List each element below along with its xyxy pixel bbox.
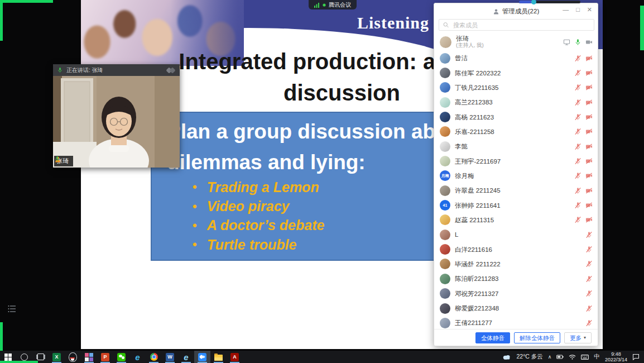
mic-muted-icon[interactable] [585, 290, 593, 297]
minimize-button[interactable]: — [563, 6, 569, 13]
camera-muted-icon[interactable] [585, 172, 593, 179]
search-input[interactable] [452, 21, 590, 29]
mic-muted-icon[interactable] [585, 246, 593, 253]
mic-on-icon[interactable] [574, 39, 581, 46]
mic-muted-icon[interactable] [585, 275, 593, 283]
member-row[interactable]: L [434, 227, 598, 242]
taskbar-qq[interactable] [65, 351, 81, 363]
member-row[interactable]: 高杨 2211623 [434, 109, 598, 124]
member-row[interactable]: 王翔宇-2211697 [434, 154, 598, 168]
camera-icon[interactable] [585, 39, 593, 46]
taskbar-ie2[interactable]: e [178, 351, 194, 363]
member-row[interactable]: 曾洁 [434, 51, 598, 65]
member-name: 王倩2211277 [455, 319, 492, 326]
hidden-icons-button[interactable]: ∧ [548, 354, 552, 360]
member-list: 张琦(主持人, 我)曾洁陈佳军 2202322丁铁凡2211635高兰22123… [434, 33, 598, 329]
mic-muted-icon[interactable] [574, 202, 581, 209]
camera-muted-icon[interactable] [585, 157, 593, 165]
webcam-window[interactable]: 正在讲话: 张琦 [53, 64, 180, 168]
member-row[interactable]: 陈佳军 2202322 [434, 65, 598, 80]
member-name: 乐嘉-2211258 [455, 128, 494, 135]
mic-muted-icon[interactable] [585, 231, 593, 238]
camera-muted-icon[interactable] [585, 84, 593, 91]
member-row[interactable]: 月梅徐月梅 [434, 169, 598, 183]
camera-muted-icon[interactable] [585, 113, 593, 121]
member-row[interactable]: 高兰2212383 [434, 95, 598, 109]
camera-muted-icon[interactable] [585, 69, 593, 77]
mic-muted-icon[interactable] [574, 55, 581, 62]
more-button[interactable]: 更多 ▾ [564, 332, 592, 343]
camera-muted-icon[interactable] [585, 99, 593, 106]
touch-keyboard-icon[interactable] [581, 355, 589, 360]
member-row[interactable]: 邓祝芳2211327 [434, 286, 598, 301]
camera-muted-icon[interactable] [585, 202, 593, 209]
taskbar-word[interactable]: W [162, 351, 178, 363]
camera-muted-icon[interactable] [585, 128, 593, 135]
taskbar-photos[interactable] [81, 351, 97, 363]
mic-muted-icon[interactable] [574, 172, 581, 179]
close-button[interactable]: ✕ [587, 6, 592, 13]
member-row[interactable]: 毕涵舒 2211222 [434, 257, 598, 271]
mic-muted-icon[interactable] [574, 69, 581, 77]
member-name: 毕涵舒 2211222 [455, 261, 501, 268]
member-row[interactable]: 王倩2211277 [434, 316, 598, 329]
taskbar-ie[interactable]: e [129, 351, 146, 363]
mic-muted-icon[interactable] [585, 260, 593, 268]
mic-muted-icon[interactable] [574, 99, 581, 106]
mic-muted-icon[interactable] [585, 319, 593, 327]
mic-muted-icon[interactable] [574, 113, 581, 121]
member-row[interactable]: 李懿 [434, 139, 598, 154]
camera-muted-icon[interactable] [585, 143, 593, 150]
taskbar-acrobat[interactable]: A [227, 351, 243, 363]
camera-muted-icon[interactable] [585, 187, 593, 194]
taskbar-wechat[interactable] [113, 351, 129, 363]
member-row[interactable]: 41张翀婷 2211641 [434, 198, 598, 212]
mic-muted-icon[interactable] [585, 305, 593, 312]
member-row[interactable]: 许翠盘 2211245 [434, 183, 598, 198]
mic-muted-icon[interactable] [574, 216, 581, 223]
avatar [440, 318, 450, 328]
member-search[interactable] [439, 19, 594, 31]
annotation-list-icon[interactable] [8, 305, 17, 315]
mic-muted-icon[interactable] [574, 84, 581, 91]
member-name: 许翠盘 2211245 [455, 187, 501, 194]
taskbar-tencent-meeting[interactable] [194, 351, 210, 363]
member-name: 王翔宇-2211697 [455, 158, 501, 165]
mute-all-button[interactable]: 全体静音 [475, 332, 510, 343]
mic-muted-icon[interactable] [574, 143, 581, 150]
member-row[interactable]: 丁铁凡2211635 [434, 80, 598, 95]
member-row[interactable]: 陈洎昕2211283 [434, 271, 598, 286]
action-center-icon[interactable] [632, 354, 640, 360]
camera-muted-icon[interactable] [585, 216, 593, 223]
word-icon: W [166, 353, 174, 361]
weather-cloud-icon[interactable] [502, 354, 511, 360]
taskbar-powerpoint[interactable]: P [97, 351, 113, 363]
wifi-icon[interactable] [569, 354, 576, 360]
webcam-titlebar[interactable]: 正在讲话: 张琦 [53, 64, 180, 76]
member-row[interactable]: 赵蕊 2211315 [434, 213, 598, 227]
member-row[interactable]: 张琦(主持人, 我) [434, 33, 598, 51]
member-row[interactable]: 乐嘉-2211258 [434, 125, 598, 139]
camera-muted-icon[interactable] [585, 55, 593, 62]
mic-on-icon [57, 67, 63, 73]
battery-icon[interactable] [556, 355, 564, 359]
volume-slider[interactable] [519, 1, 580, 3]
member-row[interactable]: 白洋2211616 [434, 242, 598, 256]
mic-muted-icon[interactable] [574, 187, 581, 194]
maximize-button[interactable]: □ [576, 6, 580, 13]
taskbar-chrome[interactable] [146, 351, 162, 363]
chrome-icon [150, 353, 158, 361]
taskbar-file-explorer[interactable] [210, 351, 227, 363]
meeting-status-pill[interactable]: 腾讯会议 [309, 0, 357, 9]
webcam-video: 张琦 [53, 76, 180, 168]
slide-header-title: Listening [357, 13, 429, 32]
member-row[interactable]: 柳爱媛2212348 [434, 301, 598, 316]
unmute-all-button[interactable]: 解除全体静音 [514, 332, 560, 343]
mic-muted-icon[interactable] [574, 128, 581, 135]
taskbar-excel[interactable]: X [49, 351, 65, 363]
mic-muted-icon[interactable] [574, 157, 581, 165]
taskbar-clock[interactable]: 9:48 2022/3/14 [605, 351, 627, 362]
weather-label[interactable]: 22°C 多云 [516, 353, 542, 361]
screen-share-icon[interactable] [563, 39, 570, 46]
ime-indicator[interactable]: 中 [594, 353, 600, 361]
